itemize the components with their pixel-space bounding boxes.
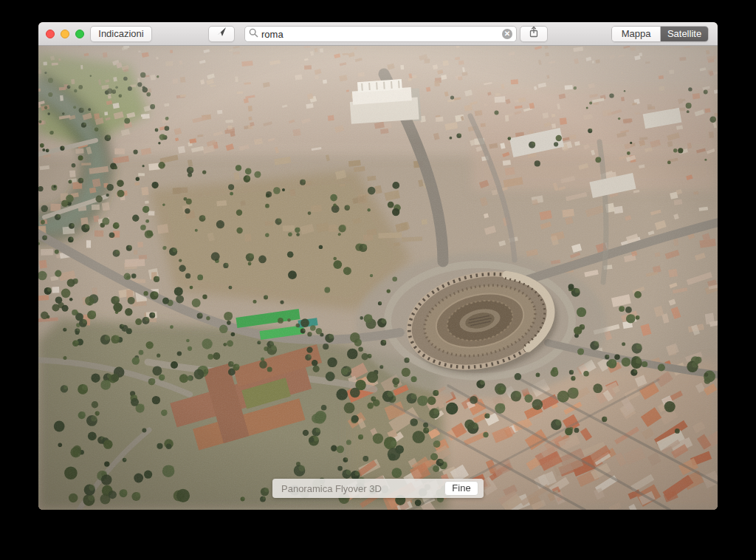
segment-satellite-label: Satellite [667,28,701,39]
search-field[interactable]: ✕ [244,26,517,42]
current-location-button[interactable] [208,26,235,42]
directions-button-label: Indicazioni [98,27,143,41]
flyover-bar-title: Panoramica Flyover 3D [272,483,444,494]
traffic-lights [46,30,84,38]
search-icon [249,27,258,41]
map-type-segmented-control: Mappa Satellite [611,26,709,42]
clear-search-icon[interactable]: ✕ [502,29,512,39]
location-arrow-icon [216,26,227,42]
close-button[interactable] [46,30,55,38]
map-area: Panoramica Flyover 3D Fine [38,46,718,510]
directions-button[interactable]: Indicazioni [90,26,152,42]
zoom-button[interactable] [75,30,84,38]
segment-mappa-label: Mappa [622,28,651,39]
vignette [38,46,718,510]
done-button-label: Fine [452,482,470,494]
maps-window: Indicazioni ✕ Mappa Satellite [38,22,718,510]
segment-mappa[interactable]: Mappa [612,27,660,41]
search-input[interactable] [261,29,502,40]
share-button[interactable] [520,26,548,42]
map-canvas[interactable] [38,46,718,510]
segment-satellite[interactable]: Satellite [660,27,708,41]
flyover-bar: Panoramica Flyover 3D Fine [272,479,484,498]
minimize-button[interactable] [61,30,69,38]
share-icon [528,26,540,43]
titlebar[interactable]: Indicazioni ✕ Mappa Satellite [38,22,718,46]
done-button[interactable]: Fine [444,481,478,496]
